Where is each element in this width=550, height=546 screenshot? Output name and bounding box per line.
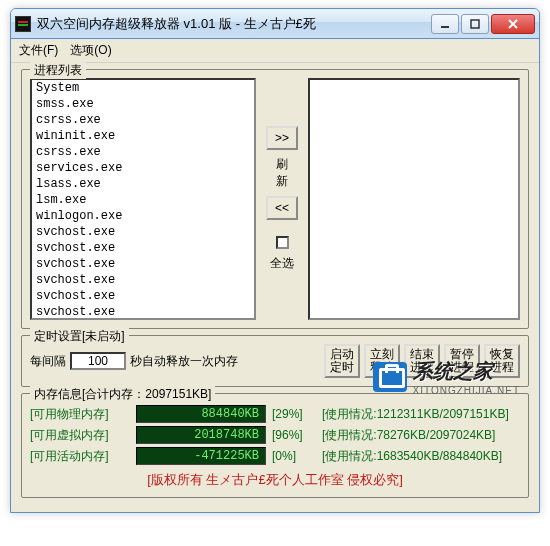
resume-process-button[interactable]: 恢复 进程: [484, 344, 520, 378]
process-mid-controls: >> 刷 新 << 全选: [262, 78, 302, 320]
timer-interval-input[interactable]: [70, 352, 126, 370]
memory-percent: [96%]: [272, 428, 316, 442]
svg-rect-1: [471, 20, 479, 28]
process-list-item[interactable]: wininit.exe: [32, 128, 254, 144]
timer-group-title: 定时设置[未启动]: [30, 328, 129, 345]
memory-row: [可用活动内存]-471225KB[0%][使用情况:1683540KB/884…: [30, 447, 520, 465]
window-controls: [431, 14, 535, 34]
selected-listbox[interactable]: [308, 78, 520, 320]
titlebar[interactable]: 双六空间内存超级释放器 v1.01 版 - 生メ古户£死: [11, 9, 539, 39]
process-list-item[interactable]: svchost.exe: [32, 240, 254, 256]
timer-group: 定时设置[未启动] 每间隔 秒自动释放一次内存 启动 定时 立刻 释放 结束 进…: [21, 335, 529, 387]
maximize-button[interactable]: [461, 14, 489, 34]
memory-percent: [0%]: [272, 449, 316, 463]
timer-suffix-label: 秒自动释放一次内存: [130, 353, 238, 370]
memory-value: 2018748KB: [136, 426, 266, 444]
process-list-item[interactable]: svchost.exe: [32, 272, 254, 288]
memory-value: 884840KB: [136, 405, 266, 423]
menubar: 文件(F) 选项(O): [11, 39, 539, 63]
process-list-item[interactable]: svchost.exe: [32, 224, 254, 240]
process-list-item[interactable]: svchost.exe: [32, 288, 254, 304]
menu-options[interactable]: 选项(O): [70, 42, 111, 59]
memory-usage: [使用情况:1683540KB/884840KB]: [322, 448, 502, 465]
memory-label: [可用物理内存]: [30, 406, 130, 423]
process-list-item[interactable]: svchost.exe: [32, 304, 254, 320]
process-list-item[interactable]: lsass.exe: [32, 176, 254, 192]
memory-percent: [29%]: [272, 407, 316, 421]
menu-file[interactable]: 文件(F): [19, 42, 58, 59]
memory-usage: [使用情况:78276KB/2097024KB]: [322, 427, 495, 444]
move-left-button[interactable]: <<: [266, 196, 298, 220]
copyright-text: [版权所有 生メ古户£死个人工作室 侵权必究]: [30, 471, 520, 489]
memory-value: -471225KB: [136, 447, 266, 465]
select-all-label: 全选: [270, 255, 294, 272]
client-area: 进程列表 Systemsmss.execsrss.exewininit.exec…: [11, 63, 539, 512]
select-all-checkbox[interactable]: [276, 236, 289, 249]
process-list-item[interactable]: csrss.exe: [32, 144, 254, 160]
process-list-item[interactable]: services.exe: [32, 160, 254, 176]
memory-group-title: 内存信息[合计内存：2097151KB]: [30, 386, 215, 403]
process-listbox[interactable]: Systemsmss.execsrss.exewininit.execsrss.…: [30, 78, 256, 320]
app-window: 双六空间内存超级释放器 v1.01 版 - 生メ古户£死 文件(F) 选项(O)…: [10, 8, 540, 513]
memory-group: 内存信息[合计内存：2097151KB] [可用物理内存]884840KB[29…: [21, 393, 529, 498]
start-timer-button[interactable]: 启动 定时: [324, 344, 360, 378]
memory-label: [可用虚拟内存]: [30, 427, 130, 444]
memory-row: [可用虚拟内存]2018748KB[96%][使用情况:78276KB/2097…: [30, 426, 520, 444]
close-button[interactable]: [491, 14, 535, 34]
end-process-button[interactable]: 结束 进程: [404, 344, 440, 378]
app-icon: [15, 16, 31, 32]
timer-prefix-label: 每间隔: [30, 353, 66, 370]
memory-label: [可用活动内存]: [30, 448, 130, 465]
process-list-item[interactable]: smss.exe: [32, 96, 254, 112]
process-list-item[interactable]: System: [32, 80, 254, 96]
process-list-item[interactable]: lsm.exe: [32, 192, 254, 208]
minimize-button[interactable]: [431, 14, 459, 34]
memory-row: [可用物理内存]884840KB[29%][使用情况:1212311KB/209…: [30, 405, 520, 423]
refresh-button[interactable]: 刷 新: [276, 156, 288, 190]
move-right-button[interactable]: >>: [266, 126, 298, 150]
memory-usage: [使用情况:1212311KB/2097151KB]: [322, 406, 509, 423]
pause-process-button[interactable]: 暂停 进程: [444, 344, 480, 378]
process-list-item[interactable]: svchost.exe: [32, 256, 254, 272]
window-title: 双六空间内存超级释放器 v1.01 版 - 生メ古户£死: [37, 15, 431, 33]
release-now-button[interactable]: 立刻 释放: [364, 344, 400, 378]
process-list-item[interactable]: csrss.exe: [32, 112, 254, 128]
process-list-item[interactable]: winlogon.exe: [32, 208, 254, 224]
process-group: 进程列表 Systemsmss.execsrss.exewininit.exec…: [21, 69, 529, 329]
process-group-title: 进程列表: [30, 62, 86, 79]
